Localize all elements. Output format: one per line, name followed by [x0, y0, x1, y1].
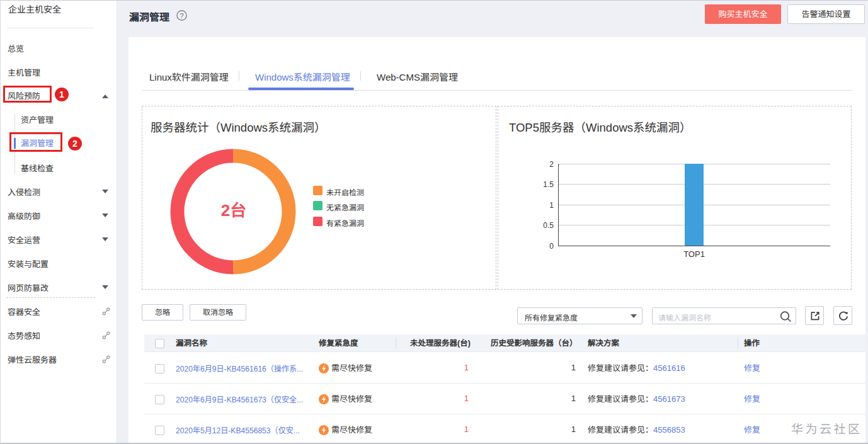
svg-text:?: ? — [180, 12, 183, 20]
